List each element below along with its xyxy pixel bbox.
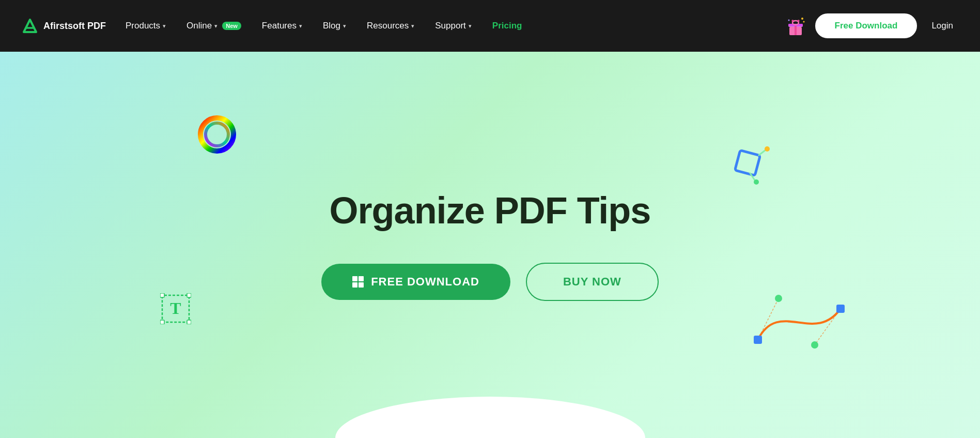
svg-rect-22	[160, 320, 164, 324]
nav-label-support: Support	[435, 21, 466, 31]
svg-rect-20	[160, 293, 164, 297]
bezier-decoration	[748, 288, 851, 355]
svg-point-7	[792, 21, 799, 25]
nav-login-link[interactable]: Login	[925, 17, 959, 35]
nav-item-pricing[interactable]: Pricing	[483, 17, 532, 35]
chevron-down-icon: ▾	[411, 23, 414, 29]
nav-item-resources[interactable]: Resources ▾	[357, 17, 424, 35]
chevron-down-icon: ▾	[214, 23, 217, 29]
nav-free-download-button[interactable]: Free Download	[815, 13, 917, 38]
text-tool-decoration: T	[160, 293, 191, 324]
hero-section: T Organize PDF Tips	[0, 52, 980, 438]
windows-icon	[352, 276, 364, 288]
nav-label-features: Features	[262, 21, 297, 31]
hero-wave	[335, 397, 645, 438]
nav-item-support[interactable]: Support ▾	[426, 17, 481, 35]
blue-shape-decoration	[727, 145, 773, 191]
hero-buttons: FREE DOWNLOAD BUY NOW	[321, 263, 659, 301]
svg-point-17	[754, 179, 759, 185]
svg-point-9	[803, 21, 804, 23]
nav-label-pricing: Pricing	[492, 21, 522, 31]
svg-line-14	[759, 150, 766, 155]
nav-item-blog[interactable]: Blog ▾	[314, 17, 355, 35]
svg-rect-23	[187, 320, 191, 324]
hero-free-download-label: FREE DOWNLOAD	[371, 275, 479, 289]
navbar: Afirstsoft PDF Products ▾ Online ▾ New F…	[0, 0, 980, 52]
svg-text:T: T	[170, 299, 181, 318]
svg-point-12	[206, 123, 228, 146]
svg-rect-13	[735, 150, 760, 176]
chevron-down-icon: ▾	[343, 23, 346, 29]
nav-label-resources: Resources	[367, 21, 409, 31]
logo[interactable]: Afirstsoft PDF	[21, 17, 106, 35]
nav-label-blog: Blog	[323, 21, 340, 31]
svg-point-16	[765, 146, 770, 152]
gift-icon[interactable]	[784, 14, 807, 37]
nav-label-products: Products	[126, 21, 160, 31]
nav-items: Products ▾ Online ▾ New Features ▾ Blog …	[116, 17, 784, 35]
chevron-down-icon: ▾	[299, 23, 302, 29]
nav-item-features[interactable]: Features ▾	[253, 17, 312, 35]
svg-point-8	[801, 18, 803, 20]
hero-free-download-button[interactable]: FREE DOWNLOAD	[321, 264, 510, 300]
svg-rect-27	[836, 305, 845, 313]
hero-title: Organize PDF Tips	[330, 189, 651, 232]
logo-icon	[21, 17, 39, 35]
svg-point-10	[788, 20, 789, 21]
rainbow-ring-decoration	[196, 114, 238, 155]
svg-point-28	[775, 295, 782, 302]
nav-right: Free Download Login	[784, 13, 959, 38]
logo-text: Afirstsoft PDF	[43, 21, 106, 32]
svg-rect-21	[187, 293, 191, 297]
new-badge: New	[222, 22, 241, 30]
chevron-down-icon: ▾	[469, 23, 472, 29]
hero-buy-now-button[interactable]: BUY NOW	[526, 263, 659, 301]
svg-rect-26	[754, 336, 762, 344]
nav-item-online[interactable]: Online ▾ New	[177, 17, 251, 35]
nav-item-products[interactable]: Products ▾	[116, 17, 175, 35]
svg-point-29	[811, 341, 818, 349]
nav-label-online: Online	[186, 21, 212, 31]
chevron-down-icon: ▾	[163, 23, 166, 29]
